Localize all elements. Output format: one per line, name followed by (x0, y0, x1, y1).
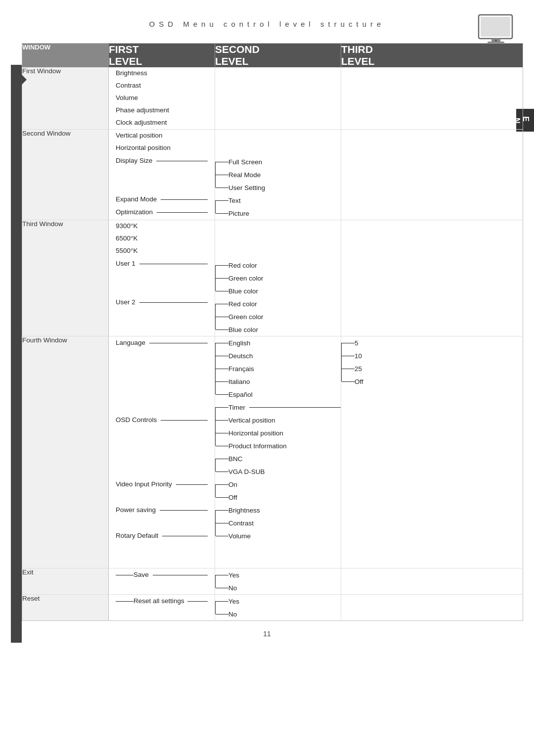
optimization-hline (157, 212, 208, 213)
left-dark-bar (11, 65, 22, 643)
label-off3: Off (355, 378, 363, 385)
reset-items: Reset all settings (109, 595, 215, 620)
td-window-fourth: Fourth Window (22, 336, 109, 568)
h-line (216, 278, 228, 279)
osd-hline (161, 420, 208, 421)
item-yes-reset: Yes (216, 595, 341, 608)
item-deutsch: Deutsch (216, 349, 341, 362)
timer-third-group: 5 10 25 Off (341, 336, 523, 388)
save-group: Yes No (215, 568, 341, 594)
item-blue2: Blue color (216, 323, 341, 336)
item-rotary: Rotary Default (116, 530, 158, 542)
h-line (216, 575, 228, 575)
user2-hline (139, 302, 208, 303)
diagram-container: WINDOW FIRST LEVEL SECOND LEVEL THIRD LE… (11, 43, 523, 643)
svg-point-4 (495, 40, 497, 42)
td-first-reset: Reset all settings (109, 595, 215, 621)
item-rotary-row: Rotary Default (116, 529, 208, 542)
td-third-fourth: 5 10 25 Off (341, 336, 523, 568)
label-no-save: No (228, 584, 237, 592)
th-window: WINDOW (22, 44, 109, 68)
h-line (216, 420, 228, 421)
spacer-video (116, 491, 208, 504)
td-window-third: Third Window (22, 220, 109, 336)
td-second-third: Red color Green color Blue color (215, 220, 341, 336)
item-25: 25 (342, 362, 523, 375)
reset-left-hline (116, 601, 134, 602)
row-second-window: Second Window Vertical position Horizont… (22, 130, 523, 220)
label-espanol: Español (228, 391, 253, 398)
item-vga: VGA D-SUB (216, 465, 341, 478)
label-off: Off (228, 494, 237, 501)
item-red2: Red color (216, 297, 341, 310)
lang-vline (215, 343, 216, 394)
page-wrapper: OSD Menu control level structure E N WIN… (0, 0, 534, 756)
label-10: 10 (355, 352, 362, 360)
td-second-second: Full Screen Real Mode User Setting (215, 130, 341, 220)
h-line (216, 291, 228, 291)
window-label-third: Third Window (22, 220, 63, 228)
item-display-size: Display Size (116, 155, 152, 167)
spacer-save (116, 581, 208, 594)
display-size-hline (156, 161, 208, 161)
label-english: English (228, 339, 250, 347)
spacer-power (116, 517, 208, 529)
h-line (216, 614, 228, 614)
item-off3: Off (342, 375, 523, 388)
timer-third-vline (341, 343, 342, 381)
user1-color-group: Red color Green color Blue color (215, 259, 341, 297)
save-left-hline (116, 575, 134, 575)
h-line (216, 407, 228, 408)
item-language-row: Language (116, 336, 208, 349)
reset-vline (215, 601, 216, 614)
item-no-reset: No (216, 608, 341, 620)
label-red2: Red color (228, 300, 257, 308)
item-expand-mode-row: Expand Mode (116, 193, 208, 206)
language-group: English Deutsch Français (215, 336, 341, 401)
reset-group: Yes No (215, 595, 341, 620)
item-clock: Clock adjustment (116, 117, 208, 129)
page-footer: 11 (11, 621, 523, 643)
label-text: Text (228, 197, 241, 204)
item-osd-row: OSD Controls (116, 414, 208, 426)
label-5: 5 (355, 339, 358, 347)
item-horiz-pos2: Horizontal position (216, 426, 341, 439)
spacer-user2 (116, 309, 208, 334)
h-line (216, 472, 228, 472)
label-real-mode: Real Mode (228, 171, 261, 179)
h-line (216, 317, 228, 317)
h-line (216, 356, 228, 356)
label-deutsch: Deutsch (228, 352, 253, 360)
item-full-screen: Full Screen (216, 155, 341, 168)
label-no-reset: No (228, 611, 237, 618)
row-exit: Exit Save (22, 568, 523, 595)
h-line (216, 536, 228, 536)
page-title: OSD Menu control level structure (0, 0, 534, 43)
h-line (216, 484, 228, 485)
item-green2: Green color (216, 310, 341, 323)
video-hline (176, 484, 208, 485)
item-no-save: No (216, 581, 341, 594)
timer-hline (249, 407, 341, 408)
td-first-second: Vertical position Horizontal position Di… (109, 130, 215, 220)
item-rot-contrast: Contrast (216, 517, 341, 529)
label-green1: Green color (228, 275, 264, 282)
label-timer: Timer (228, 404, 245, 411)
rotary-group: Brightness Contrast Volume (215, 504, 341, 542)
td-window-reset: Reset (22, 595, 109, 621)
item-francais: Français (216, 362, 341, 375)
item-user1-row: User 1 (116, 257, 208, 270)
h-line (216, 497, 228, 498)
label-user-setting: User Setting (228, 184, 265, 191)
th-first: FIRST LEVEL (109, 44, 215, 68)
h-line (216, 162, 228, 162)
exit-items: Save (109, 568, 215, 594)
item-text: Text (216, 194, 341, 207)
item-language: Language (116, 337, 145, 349)
window-label-first: First Window (22, 67, 61, 75)
item-vert-pos: Vertical position (116, 130, 208, 142)
item-display-size-row: Display Size (116, 154, 208, 167)
td-third-second (341, 130, 523, 220)
td-first-fourth: Language OSD Controls (109, 336, 215, 568)
h-line (216, 523, 228, 523)
